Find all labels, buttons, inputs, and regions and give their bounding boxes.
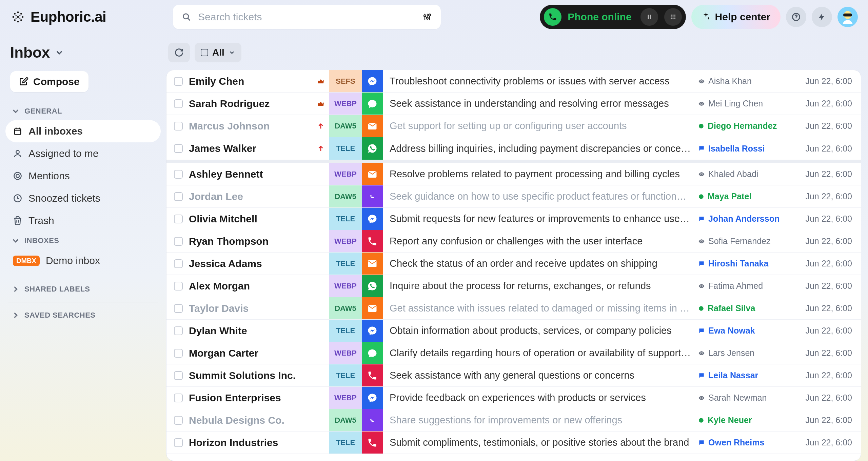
ticket-sender: Fusion Enterprises bbox=[189, 392, 312, 404]
ticket-list[interactable]: Emily ChenSEFSTroubleshoot connectivity … bbox=[166, 70, 861, 461]
compose-button[interactable]: Compose bbox=[10, 71, 88, 92]
ticket-subject: Share suggestions for improvements or ne… bbox=[383, 415, 698, 426]
ticket-row[interactable]: Fusion EnterprisesWEBPProvide feedback o… bbox=[166, 387, 861, 409]
row-checkbox[interactable] bbox=[174, 170, 183, 179]
ticket-row[interactable]: Olivia MitchellTELESubmit requests for n… bbox=[166, 208, 861, 230]
ticket-time: Jun 22, 6:00 bbox=[793, 192, 861, 201]
row-checkbox[interactable] bbox=[174, 371, 183, 380]
channel-icon bbox=[362, 115, 383, 137]
help-button[interactable] bbox=[786, 7, 806, 27]
ticket-row[interactable]: Ryan ThompsonWEBPReport any confusion or… bbox=[166, 230, 861, 253]
shared-labels-header[interactable]: SHARED LABELS bbox=[5, 280, 161, 298]
sidebar-item-mentions[interactable]: Mentions bbox=[5, 165, 161, 187]
row-checkbox[interactable] bbox=[174, 77, 183, 86]
svg-point-11 bbox=[16, 18, 17, 19]
select-all-dropdown[interactable]: All bbox=[195, 43, 241, 62]
ticket-subject: Submit requests for new features or impr… bbox=[383, 213, 698, 224]
ticket-sender: Dylan White bbox=[189, 325, 312, 337]
ticket-row[interactable]: Dylan WhiteTELEObtain information about … bbox=[166, 320, 861, 342]
row-checkbox[interactable] bbox=[174, 349, 183, 358]
inbox-badge: DMBX bbox=[13, 256, 40, 266]
actions-button[interactable] bbox=[812, 7, 832, 27]
ticket-sender: Jessica Adams bbox=[189, 258, 312, 269]
svg-point-49 bbox=[699, 194, 704, 199]
ticket-row[interactable]: Nebula Designs Co.DAW5Share suggestions … bbox=[166, 409, 861, 432]
ticket-tag: DAW5 bbox=[329, 409, 362, 431]
row-checkbox[interactable] bbox=[174, 304, 183, 313]
ticket-row[interactable]: Summit Solutions Inc.TELESeek assistance… bbox=[166, 364, 861, 387]
channel-icon bbox=[362, 275, 383, 297]
row-checkbox[interactable] bbox=[174, 438, 183, 447]
ticket-row[interactable]: Sarah RodriguezWEBPSeek assistance in un… bbox=[166, 93, 861, 115]
app-header: Euphoric.ai Phone online Help center bbox=[0, 0, 868, 34]
row-checkbox[interactable] bbox=[174, 144, 183, 153]
row-checkbox[interactable] bbox=[174, 122, 183, 131]
inbox-selector[interactable]: Inbox bbox=[5, 41, 161, 68]
row-checkbox[interactable] bbox=[174, 99, 183, 108]
ticket-assignee: Aisha Khan bbox=[698, 76, 793, 86]
divider bbox=[8, 302, 158, 302]
ticket-subject: Seek guidance on how to use specific pro… bbox=[383, 191, 698, 202]
refresh-button[interactable] bbox=[168, 43, 190, 62]
sidebar-item-label: Trash bbox=[28, 215, 54, 226]
sidebar-item-trash[interactable]: Trash bbox=[5, 209, 161, 232]
ticket-row[interactable]: Ashley BennettWEBPResolve problems relat… bbox=[166, 163, 861, 185]
ticket-row[interactable]: Alex MorganWEBPInquire about the process… bbox=[166, 275, 861, 297]
pause-button[interactable] bbox=[640, 8, 658, 26]
ticket-subject: Report any confusion or challenges with … bbox=[383, 236, 698, 247]
ticket-row[interactable]: Taylor DavisDAW5Get assistance with issu… bbox=[166, 297, 861, 320]
general-section-header[interactable]: GENERAL bbox=[5, 102, 161, 120]
phone-status-pill[interactable]: Phone online bbox=[540, 5, 686, 29]
ticket-time: Jun 22, 6:00 bbox=[793, 326, 861, 336]
sidebar-item-assigned-to-me[interactable]: Assigned to me bbox=[5, 142, 161, 165]
svg-point-30 bbox=[672, 18, 674, 20]
filter-icon[interactable] bbox=[422, 12, 432, 22]
saved-searches-header[interactable]: SAVED SEARCHES bbox=[5, 306, 161, 324]
ticket-row[interactable]: Marcus JohnsonDAW5Get support for settin… bbox=[166, 115, 861, 137]
ticket-tag: DAW5 bbox=[329, 115, 362, 137]
svg-point-38 bbox=[16, 151, 19, 154]
list-toolbar: All bbox=[166, 41, 861, 70]
svg-point-8 bbox=[17, 16, 19, 18]
row-checkbox[interactable] bbox=[174, 416, 183, 425]
row-checkbox[interactable] bbox=[174, 282, 183, 290]
row-checkbox[interactable] bbox=[174, 259, 183, 268]
user-avatar[interactable] bbox=[837, 7, 858, 27]
channel-icon bbox=[362, 297, 383, 319]
row-checkbox[interactable] bbox=[174, 237, 183, 246]
sidebar-item-all-inboxes[interactable]: All inboxes bbox=[5, 120, 161, 142]
search-bar[interactable] bbox=[173, 5, 441, 29]
phone-icon bbox=[544, 8, 561, 26]
help-center-button[interactable]: Help center bbox=[691, 5, 781, 29]
ticket-row[interactable]: Morgan CarterWEBPClarify details regardi… bbox=[166, 342, 861, 364]
row-checkbox[interactable] bbox=[174, 192, 183, 201]
dialpad-button[interactable] bbox=[664, 8, 682, 26]
row-checkbox[interactable] bbox=[174, 215, 183, 223]
row-checkbox[interactable] bbox=[174, 394, 183, 402]
channel-icon bbox=[362, 432, 383, 454]
svg-point-52 bbox=[699, 306, 704, 311]
svg-point-47 bbox=[701, 173, 703, 175]
search-input[interactable] bbox=[198, 11, 416, 23]
inboxes-section-header[interactable]: INBOXES bbox=[5, 232, 161, 249]
ticket-tag: DAW5 bbox=[329, 297, 362, 319]
ticket-tag: WEBP bbox=[329, 230, 362, 252]
ticket-sender: Nebula Designs Co. bbox=[189, 415, 312, 426]
ticket-row[interactable]: Emily ChenSEFSTroubleshoot connectivity … bbox=[166, 70, 861, 93]
ticket-row[interactable]: James WalkerTELEAddress billing inquirie… bbox=[166, 137, 861, 163]
priority-flag bbox=[312, 122, 329, 130]
compose-icon bbox=[19, 77, 28, 86]
ticket-assignee: Diego Hernandez bbox=[698, 121, 793, 131]
ticket-row[interactable]: Horizon IndustriesTELESubmit compliments… bbox=[166, 432, 861, 454]
channel-icon bbox=[362, 409, 383, 431]
svg-point-53 bbox=[701, 352, 703, 354]
ticket-time: Jun 22, 6:00 bbox=[793, 348, 861, 358]
header-actions: Phone online Help center bbox=[540, 5, 858, 29]
logo[interactable]: Euphoric.ai bbox=[10, 9, 166, 25]
ticket-row[interactable]: Jessica AdamsTELECheck the status of an … bbox=[166, 253, 861, 275]
sidebar-item-demo-inbox[interactable]: DMBX Demo inbox bbox=[5, 249, 161, 272]
row-checkbox[interactable] bbox=[174, 326, 183, 335]
ticket-tag: WEBP bbox=[329, 387, 362, 409]
ticket-row[interactable]: Jordan LeeDAW5Seek guidance on how to us… bbox=[166, 185, 861, 208]
sidebar-item-snoozed-tickets[interactable]: Snoozed tickets bbox=[5, 187, 161, 209]
